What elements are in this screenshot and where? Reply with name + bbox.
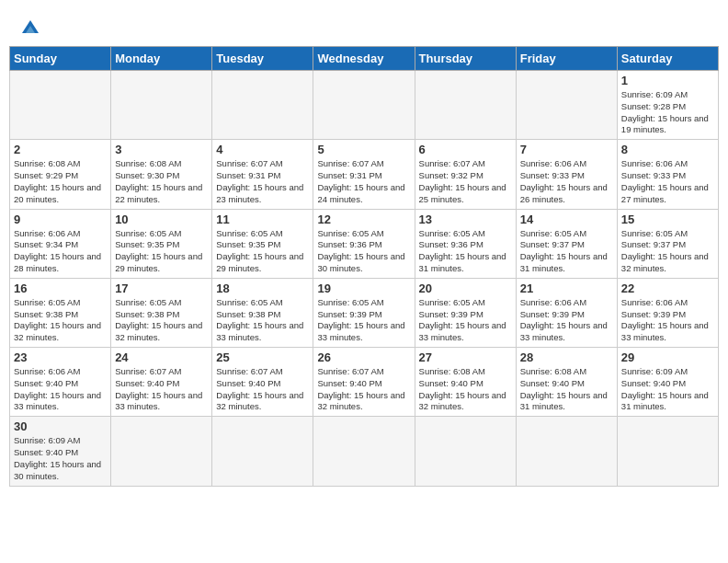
calendar-cell: 5Sunrise: 6:07 AMSunset: 9:31 PMDaylight… <box>313 140 415 209</box>
day-info: Sunrise: 6:07 AMSunset: 9:32 PMDaylight:… <box>419 158 512 205</box>
day-info: Sunrise: 6:05 AMSunset: 9:37 PMDaylight:… <box>621 228 714 275</box>
day-info: Sunrise: 6:07 AMSunset: 9:40 PMDaylight:… <box>115 366 208 413</box>
day-info: Sunrise: 6:06 AMSunset: 9:33 PMDaylight:… <box>520 158 613 205</box>
calendar-table: SundayMondayTuesdayWednesdayThursdayFrid… <box>9 46 719 487</box>
day-info: Sunrise: 6:06 AMSunset: 9:39 PMDaylight:… <box>621 297 714 344</box>
calendar-cell: 2Sunrise: 6:08 AMSunset: 9:29 PMDaylight… <box>10 140 111 209</box>
day-number: 25 <box>216 350 309 364</box>
calendar-cell: 8Sunrise: 6:06 AMSunset: 9:33 PMDaylight… <box>617 140 718 209</box>
calendar-row-5: 23Sunrise: 6:06 AMSunset: 9:40 PMDayligh… <box>10 348 719 417</box>
calendar-cell: 14Sunrise: 6:05 AMSunset: 9:37 PMDayligh… <box>516 209 617 278</box>
day-info: Sunrise: 6:09 AMSunset: 9:40 PMDaylight:… <box>14 435 107 482</box>
day-number: 17 <box>115 282 208 295</box>
calendar-cell: 15Sunrise: 6:05 AMSunset: 9:37 PMDayligh… <box>617 209 718 278</box>
day-info: Sunrise: 6:07 AMSunset: 9:40 PMDaylight:… <box>317 366 410 413</box>
calendar-cell <box>111 71 212 140</box>
day-number: 3 <box>115 143 208 156</box>
calendar-row-6: 30Sunrise: 6:09 AMSunset: 9:40 PMDayligh… <box>10 417 719 486</box>
calendar-cell: 6Sunrise: 6:07 AMSunset: 9:32 PMDaylight… <box>415 140 516 209</box>
calendar-cell <box>10 71 111 140</box>
calendar-cell: 11Sunrise: 6:05 AMSunset: 9:35 PMDayligh… <box>212 209 313 278</box>
day-number: 27 <box>419 350 512 364</box>
day-number: 28 <box>520 350 613 364</box>
day-info: Sunrise: 6:08 AMSunset: 9:40 PMDaylight:… <box>419 366 512 413</box>
day-number: 12 <box>317 213 410 226</box>
day-info: Sunrise: 6:07 AMSunset: 9:31 PMDaylight:… <box>216 158 309 205</box>
calendar-cell: 10Sunrise: 6:05 AMSunset: 9:35 PMDayligh… <box>111 209 212 278</box>
day-number: 14 <box>520 213 613 226</box>
weekday-header-thursday: Thursday <box>415 47 516 71</box>
day-info: Sunrise: 6:05 AMSunset: 9:38 PMDaylight:… <box>216 297 309 344</box>
day-info: Sunrise: 6:07 AMSunset: 9:40 PMDaylight:… <box>216 366 309 413</box>
day-info: Sunrise: 6:05 AMSunset: 9:37 PMDaylight:… <box>520 228 613 275</box>
weekday-header-saturday: Saturday <box>617 47 718 71</box>
calendar-cell: 22Sunrise: 6:06 AMSunset: 9:39 PMDayligh… <box>617 278 718 347</box>
day-info: Sunrise: 6:05 AMSunset: 9:39 PMDaylight:… <box>419 297 512 344</box>
day-info: Sunrise: 6:08 AMSunset: 9:30 PMDaylight:… <box>115 158 208 205</box>
day-number: 30 <box>14 419 107 433</box>
logo <box>18 17 40 37</box>
day-number: 21 <box>520 282 613 295</box>
day-info: Sunrise: 6:05 AMSunset: 9:35 PMDaylight:… <box>216 228 309 275</box>
calendar-cell <box>617 417 718 486</box>
calendar-cell: 20Sunrise: 6:05 AMSunset: 9:39 PMDayligh… <box>415 278 516 347</box>
weekday-header-friday: Friday <box>516 47 617 71</box>
calendar-row-1: 1Sunrise: 6:09 AMSunset: 9:28 PMDaylight… <box>10 71 719 140</box>
day-number: 11 <box>216 213 309 226</box>
logo-icon <box>20 17 40 37</box>
calendar-cell: 30Sunrise: 6:09 AMSunset: 9:40 PMDayligh… <box>10 417 111 486</box>
calendar-row-3: 9Sunrise: 6:06 AMSunset: 9:34 PMDaylight… <box>10 209 719 278</box>
calendar-cell: 21Sunrise: 6:06 AMSunset: 9:39 PMDayligh… <box>516 278 617 347</box>
calendar-cell <box>212 71 313 140</box>
day-number: 29 <box>621 350 714 364</box>
calendar-cell: 7Sunrise: 6:06 AMSunset: 9:33 PMDaylight… <box>516 140 617 209</box>
calendar-cell <box>516 71 617 140</box>
weekday-header-row: SundayMondayTuesdayWednesdayThursdayFrid… <box>10 47 719 71</box>
day-info: Sunrise: 6:08 AMSunset: 9:29 PMDaylight:… <box>14 158 107 205</box>
calendar-cell: 23Sunrise: 6:06 AMSunset: 9:40 PMDayligh… <box>10 348 111 417</box>
day-number: 7 <box>520 143 613 156</box>
day-info: Sunrise: 6:05 AMSunset: 9:36 PMDaylight:… <box>419 228 512 275</box>
day-info: Sunrise: 6:05 AMSunset: 9:39 PMDaylight:… <box>317 297 410 344</box>
calendar-cell: 28Sunrise: 6:08 AMSunset: 9:40 PMDayligh… <box>516 348 617 417</box>
calendar-cell: 24Sunrise: 6:07 AMSunset: 9:40 PMDayligh… <box>111 348 212 417</box>
calendar-cell: 1Sunrise: 6:09 AMSunset: 9:28 PMDaylight… <box>617 71 718 140</box>
calendar-cell <box>212 417 313 486</box>
calendar-cell: 4Sunrise: 6:07 AMSunset: 9:31 PMDaylight… <box>212 140 313 209</box>
day-number: 10 <box>115 213 208 226</box>
day-number: 24 <box>115 350 208 364</box>
day-info: Sunrise: 6:05 AMSunset: 9:38 PMDaylight:… <box>115 297 208 344</box>
weekday-header-wednesday: Wednesday <box>313 47 415 71</box>
calendar-cell: 29Sunrise: 6:09 AMSunset: 9:40 PMDayligh… <box>617 348 718 417</box>
weekday-header-tuesday: Tuesday <box>212 47 313 71</box>
weekday-header-monday: Monday <box>111 47 212 71</box>
day-info: Sunrise: 6:06 AMSunset: 9:40 PMDaylight:… <box>14 366 107 413</box>
day-info: Sunrise: 6:05 AMSunset: 9:38 PMDaylight:… <box>14 297 107 344</box>
day-info: Sunrise: 6:05 AMSunset: 9:35 PMDaylight:… <box>115 228 208 275</box>
day-number: 16 <box>14 282 107 295</box>
weekday-header-sunday: Sunday <box>10 47 111 71</box>
day-number: 1 <box>621 74 714 87</box>
day-info: Sunrise: 6:07 AMSunset: 9:31 PMDaylight:… <box>317 158 410 205</box>
day-info: Sunrise: 6:06 AMSunset: 9:39 PMDaylight:… <box>520 297 613 344</box>
calendar-cell: 26Sunrise: 6:07 AMSunset: 9:40 PMDayligh… <box>313 348 415 417</box>
day-number: 20 <box>419 282 512 295</box>
calendar-cell <box>516 417 617 486</box>
day-number: 8 <box>621 143 714 156</box>
calendar-cell: 27Sunrise: 6:08 AMSunset: 9:40 PMDayligh… <box>415 348 516 417</box>
day-number: 2 <box>14 143 107 156</box>
day-info: Sunrise: 6:06 AMSunset: 9:33 PMDaylight:… <box>621 158 714 205</box>
calendar-cell: 16Sunrise: 6:05 AMSunset: 9:38 PMDayligh… <box>10 278 111 347</box>
calendar-cell: 12Sunrise: 6:05 AMSunset: 9:36 PMDayligh… <box>313 209 415 278</box>
calendar-cell <box>111 417 212 486</box>
day-number: 26 <box>317 350 410 364</box>
calendar-cell <box>415 417 516 486</box>
day-number: 5 <box>317 143 410 156</box>
day-number: 22 <box>621 282 714 295</box>
calendar-cell <box>415 71 516 140</box>
calendar-row-2: 2Sunrise: 6:08 AMSunset: 9:29 PMDaylight… <box>10 140 719 209</box>
calendar-cell: 13Sunrise: 6:05 AMSunset: 9:36 PMDayligh… <box>415 209 516 278</box>
day-info: Sunrise: 6:09 AMSunset: 9:40 PMDaylight:… <box>621 366 714 413</box>
calendar-cell: 19Sunrise: 6:05 AMSunset: 9:39 PMDayligh… <box>313 278 415 347</box>
day-info: Sunrise: 6:06 AMSunset: 9:34 PMDaylight:… <box>14 228 107 275</box>
